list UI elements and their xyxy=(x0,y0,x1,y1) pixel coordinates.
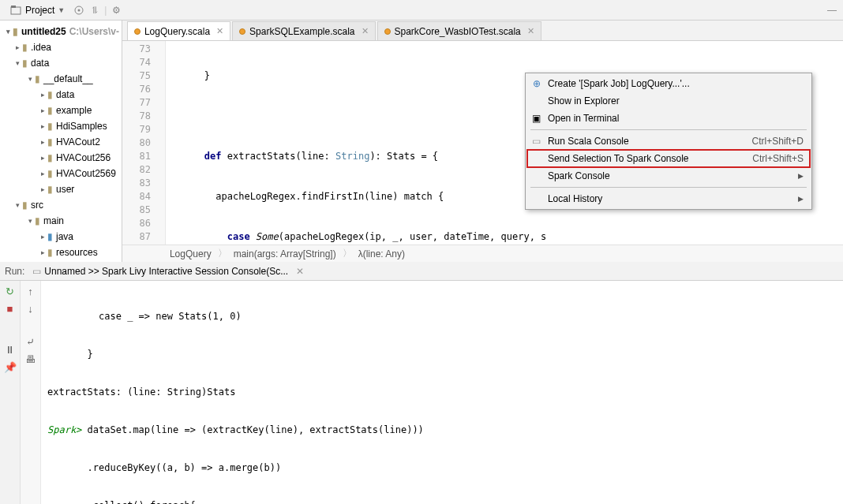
tree-main[interactable]: ▾▮main xyxy=(0,213,122,229)
console-icon: ▭ xyxy=(32,266,41,277)
tree-example[interactable]: ▸▮example xyxy=(0,103,122,118)
divide-icon[interactable]: ⥮ xyxy=(88,4,101,17)
editor: LogQuery.scala✕ SparkSQLExample.scala✕ S… xyxy=(122,21,843,262)
folder-icon: ▮ xyxy=(13,26,18,37)
up-icon[interactable]: ↑ xyxy=(24,285,37,297)
project-tree: ▾▮untitled25C:\Users\v- ▸▮.idea ▾▮data ▾… xyxy=(0,21,122,262)
tree-root[interactable]: ▾▮untitled25C:\Users\v- xyxy=(0,24,122,39)
folder-icon: ▮ xyxy=(47,136,53,147)
console-output[interactable]: case _ => new Stats(1, 0) } extractStats… xyxy=(41,263,843,504)
scala-file-icon xyxy=(384,28,391,35)
menu-show-explorer[interactable]: Show in Explorer xyxy=(527,92,810,110)
folder-icon: ▮ xyxy=(47,231,53,242)
tree-data2[interactable]: ▸▮data xyxy=(0,87,122,103)
tree-user[interactable]: ▸▮user xyxy=(0,181,122,197)
tree-resources[interactable]: ▸▮resources xyxy=(0,245,122,260)
breadcrumb-item[interactable]: λ(line: Any) xyxy=(358,248,405,259)
chevron-down-icon: ▼ xyxy=(58,6,65,14)
folder-icon: ▮ xyxy=(35,73,40,84)
project-dropdown[interactable]: Project ▼ xyxy=(5,2,69,18)
wrap-icon[interactable]: ⤶ xyxy=(24,335,37,348)
console-icon: ▭ xyxy=(530,136,543,147)
tree-idea[interactable]: ▸▮.idea xyxy=(0,39,122,55)
folder-icon: ▮ xyxy=(22,58,28,69)
svg-rect-1 xyxy=(11,6,16,8)
menu-separator xyxy=(530,129,807,130)
menu-local-history[interactable]: Local History▶ xyxy=(527,190,810,207)
svg-rect-0 xyxy=(11,7,21,14)
project-toolbar: Project ▼ ⥮ | ⚙ — xyxy=(0,0,843,21)
tree-hdi[interactable]: ▸▮HdiSamples xyxy=(0,118,122,134)
menu-open-terminal[interactable]: ▣Open in Terminal xyxy=(527,110,810,127)
menu-send-selection-spark[interactable]: Send Selection To Spark ConsoleCtrl+Shif… xyxy=(527,150,810,167)
pause-icon[interactable]: ⏸ xyxy=(4,343,17,356)
collapse-icon[interactable] xyxy=(73,4,85,17)
tree-default[interactable]: ▾▮__default__ xyxy=(0,71,122,87)
submenu-arrow-icon: ▶ xyxy=(798,172,804,180)
folder-icon: ▮ xyxy=(47,152,53,163)
folder-icon: ▮ xyxy=(22,200,28,211)
tab-logquery[interactable]: LogQuery.scala✕ xyxy=(127,21,230,40)
folder-icon: ▮ xyxy=(47,89,53,100)
run-toolbar-left: ↻ ■ ⏸ 📌 xyxy=(0,263,21,504)
code-breadcrumb: LogQuery〉 main(args: Array[String])〉 λ(l… xyxy=(122,245,843,262)
pin-icon[interactable]: 📌 xyxy=(4,360,17,373)
breadcrumb-item[interactable]: LogQuery xyxy=(170,248,212,259)
menu-create-spark-job[interactable]: ⊕Create '[Spark Job] LogQuery...'... xyxy=(527,75,810,92)
close-icon[interactable]: ✕ xyxy=(216,26,223,36)
tab-sparksql[interactable]: SparkSQLExample.scala✕ xyxy=(232,21,375,40)
breadcrumb-item[interactable]: main(args: Array[String]) xyxy=(234,248,336,259)
scala-file-icon xyxy=(134,28,140,35)
project-label: Project xyxy=(25,5,54,16)
hide-icon[interactable]: — xyxy=(826,4,838,17)
run-label: Run: xyxy=(5,266,24,277)
close-icon[interactable]: ✕ xyxy=(362,26,369,36)
scala-file-icon xyxy=(239,28,245,35)
rerun-icon[interactable]: ↻ xyxy=(4,285,17,297)
tab-sparkcore[interactable]: SparkCore_WasbIOTest.scala✕ xyxy=(377,21,541,40)
menu-separator xyxy=(530,187,807,188)
project-icon xyxy=(9,4,22,17)
context-menu: ⊕Create '[Spark Job] LogQuery...'... Sho… xyxy=(525,73,812,210)
line-gutter: 73747576777879808182838485868788 xyxy=(122,41,166,245)
folder-icon: ▮ xyxy=(47,105,53,116)
tree-data[interactable]: ▾▮data xyxy=(0,55,122,71)
menu-spark-console[interactable]: Spark Console▶ xyxy=(527,167,810,185)
folder-icon: ▮ xyxy=(47,121,53,132)
folder-icon: ▮ xyxy=(22,42,28,53)
tree-src[interactable]: ▾▮src xyxy=(0,197,122,213)
svg-point-3 xyxy=(78,9,81,11)
folder-icon: ▮ xyxy=(47,168,53,179)
tree-hv256[interactable]: ▸▮HVACout256 xyxy=(0,150,122,166)
close-icon[interactable]: ✕ xyxy=(527,26,534,36)
folder-icon: ▮ xyxy=(47,247,53,258)
run-panel: ↻ ■ ⏸ 📌 ↑ ↓ ⤶ 🖶 case _ => new Stats(1, 0… xyxy=(0,262,843,504)
run-toolbar-inner: ↑ ↓ ⤶ 🖶 xyxy=(21,263,41,504)
tree-hv2569[interactable]: ▸▮HVACout2569 xyxy=(0,166,122,181)
globe-icon: ⊕ xyxy=(530,78,543,89)
print-icon[interactable]: 🖶 xyxy=(24,353,37,365)
down-icon[interactable]: ↓ xyxy=(24,302,37,315)
submenu-arrow-icon: ▶ xyxy=(798,195,804,203)
menu-run-scala-console[interactable]: ▭Run Scala ConsoleCtrl+Shift+D xyxy=(527,133,810,150)
editor-tabs: LogQuery.scala✕ SparkSQLExample.scala✕ S… xyxy=(122,21,843,41)
folder-icon: ▮ xyxy=(47,184,53,195)
gear-icon[interactable]: ⚙ xyxy=(110,4,122,17)
folder-icon: ▮ xyxy=(35,215,40,226)
tree-java[interactable]: ▸▮java xyxy=(0,229,122,245)
tree-hv2[interactable]: ▸▮HVACout2 xyxy=(0,134,122,150)
stop-icon[interactable]: ■ xyxy=(4,302,17,315)
terminal-icon: ▣ xyxy=(530,113,543,124)
